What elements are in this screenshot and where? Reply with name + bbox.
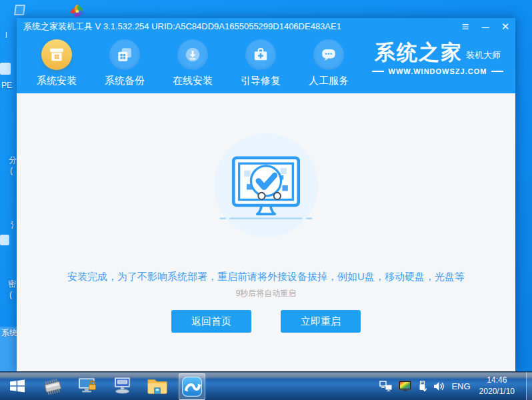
network-icon[interactable] [379,381,393,391]
taskbar: ENG 14:46 2020/1/10 [0,371,532,400]
flower-app-icon[interactable] [69,5,85,19]
restart-button[interactable]: 立即重启 [281,310,361,333]
online-download-icon [177,39,208,70]
menu-icon[interactable]: ≡ [455,18,475,35]
nav-item-system-backup[interactable]: 系统备份 [94,39,155,87]
desktop-partial-icon[interactable] [0,63,11,75]
taskbar-app-zhuangji-active[interactable] [179,373,205,400]
desktop-label-fragment: ( [10,166,13,175]
desktop-highlight [0,327,17,371]
nav-label: 在线安装 [162,75,223,87]
nav-label: 人工服务 [298,75,359,87]
windows-logo-icon [8,377,27,395]
taskbar-app-memory[interactable] [40,372,67,400]
action-buttons: 返回首页 立即重启 [17,310,515,333]
pe-desktop: l PE 分 ( 氵 密 ( 系统 系统之家装机工具 V 3.1.532.254… [0,0,532,400]
zhuangji-app-icon [181,376,203,397]
display-color-icon[interactable] [399,381,412,392]
taskbar-app-input[interactable] [109,372,136,400]
clock-time: 14:46 [479,375,515,386]
taskbar-apps [0,372,205,400]
computer-keyboard-icon [112,376,133,396]
logo-dash-right [491,71,503,72]
brand-website: WWW.WINDOWSZJ.COM [389,67,487,75]
taskbar-app-explorer[interactable] [144,372,171,400]
installer-window: 系统之家装机工具 V 3.1.532.254 URID:A5C84DD9A165… [17,18,515,371]
show-desktop-button[interactable] [526,372,532,400]
monitor-check-icon [216,135,316,235]
folder-icon [147,377,168,395]
main-content: 安装完成，为了不影响系统部署，重启前请将外接设备拔掉，例如U盘，移动硬盘，光盘等… [17,93,515,371]
install-box-icon [41,39,72,70]
close-icon[interactable]: ✕ [495,18,515,35]
home-button[interactable]: 返回首页 [171,310,251,333]
backup-copies-icon [109,39,140,70]
nav-label: 系统安装 [26,75,87,87]
usb-icon[interactable] [418,381,427,392]
brand-name: 系统之家 [375,42,463,63]
success-illustration [214,133,318,237]
nav-item-boot-repair[interactable]: 引导修复 [230,39,291,87]
start-button[interactable] [3,372,32,400]
volume-icon[interactable] [433,381,445,391]
completion-message: 安装完成，为了不影响系统部署，重启前请将外接设备拔掉，例如U盘，移动硬盘，光盘等 [17,271,515,283]
logo-dash-left [372,71,384,72]
desktop-label-fragment: ( [9,290,12,299]
minimize-icon[interactable]: ─ [475,18,495,35]
desktop-label-partition: 分 [9,155,17,166]
nav-item-system-install[interactable]: 系统安装 [26,39,87,87]
nav-item-support[interactable]: 人工服务 [298,39,359,87]
window-titlebar: 系统之家装机工具 V 3.1.532.254 URID:A5C84DD9A165… [17,18,515,35]
desktop-computer-icon[interactable] [14,5,25,15]
clock-date: 2020/1/10 [479,386,515,397]
memory-chip-icon [42,377,65,395]
taskbar-app-pe-tools[interactable] [75,372,101,400]
brand-tagline: 装机大师 [466,49,501,61]
taskbar-clock[interactable]: 14:46 2020/1/10 [479,375,515,398]
language-indicator[interactable]: ENG [451,381,470,391]
system-tray: ENG 14:46 2020/1/10 [379,372,532,400]
nav-header: 系统安装 系统备份 [17,35,515,93]
restart-countdown: 9秒后将自动重启 [17,288,515,299]
nav-label: 引导修复 [230,75,291,87]
desktop-label-fragment: l [5,31,7,40]
support-chat-icon [313,39,344,70]
nav-label: 系统备份 [94,75,155,87]
window-title: 系统之家装机工具 V 3.1.532.254 URID:A5C84DD9A165… [23,21,455,33]
nav-item-online-install[interactable]: 在线安装 [162,39,223,87]
brand-logo: 系统之家 装机大师 WWW.WINDOWSZJ.COM [369,42,506,75]
desktop-label-password: 密 [8,279,16,290]
boot-repair-toolbox-icon [245,39,276,70]
window-controls: ≡ ─ ✕ [455,18,515,35]
desktop-label-pe: PE [1,81,12,90]
desktop-partial-icon[interactable] [0,235,9,245]
pe-lock-monitor-icon [77,376,99,396]
